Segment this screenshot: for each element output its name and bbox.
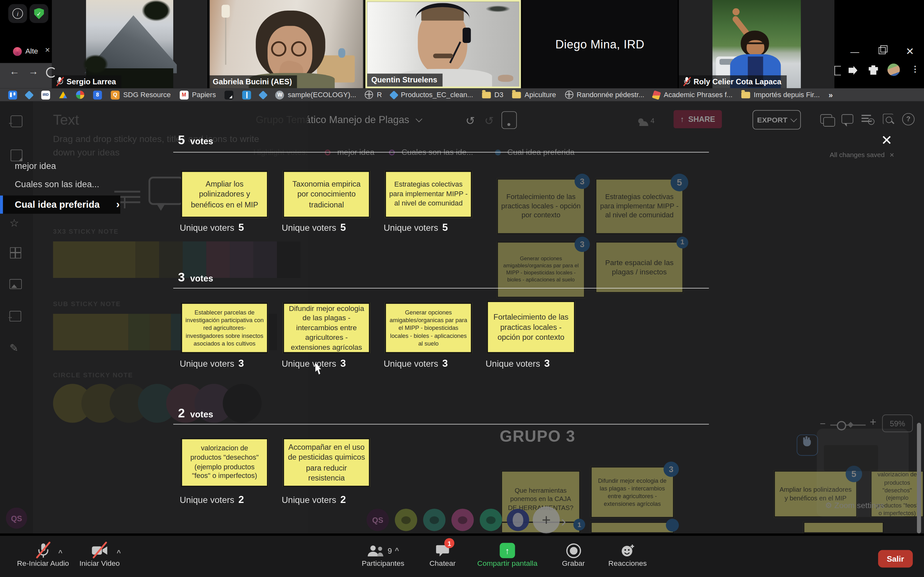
sticky-note-dimmed[interactable]: Generar opciones amigables/organicas par… — [497, 242, 585, 298]
window-restore-button[interactable] — [879, 47, 886, 54]
sticky-note[interactable]: Generar opciones amigables/organicas par… — [384, 303, 472, 353]
sticky-note[interactable]: valorizacion de productos "desechos" (ej… — [181, 438, 268, 487]
zoom-slider-track[interactable] — [830, 424, 866, 426]
sticky-note-dimmed[interactable]: Que herramientas ponemos en la CAJA DE H… — [501, 471, 580, 528]
browser-menu-kebab-icon[interactable]: ⋮ — [911, 64, 919, 73]
window-close-button[interactable]: ✕ — [906, 47, 914, 56]
bookmark[interactable]: Wsample(ECOLOGY)... — [275, 90, 356, 99]
sticky-note[interactable]: Estrategias colectivas para implementar … — [384, 171, 472, 218]
close-small-icon[interactable]: ✕ — [889, 152, 894, 158]
sidebar-toggle-icon[interactable] — [835, 66, 841, 75]
collaborator-avatar-qs[interactable]: QS — [367, 509, 389, 531]
zoom-level[interactable]: 59% — [882, 414, 913, 432]
sticky-note[interactable]: Taxonomia empirica por conocimiento trad… — [283, 171, 370, 218]
sticky-note-dimmed[interactable]: Ampliar los polinizadores y benéficos en… — [774, 471, 858, 518]
toolbar-audio-button[interactable]: Re-Iniciar Audio — [11, 542, 75, 568]
collaborator-avatar-penguin[interactable] — [507, 509, 529, 531]
video-tile-gabriela[interactable]: Gabriela Bucini (AES) — [208, 0, 364, 89]
image-tool-icon[interactable] — [9, 279, 22, 289]
extensions-puzzle-icon[interactable] — [869, 65, 878, 75]
bookmark[interactable]: R — [365, 91, 382, 99]
video-options-caret[interactable]: ^ — [117, 549, 121, 557]
bookmark[interactable]: MPapiers — [180, 90, 216, 99]
toolbar-record-button[interactable]: Grabar — [554, 542, 593, 568]
install-icon[interactable] — [849, 66, 858, 75]
bookmark[interactable]: Randonnée pédestr... — [565, 91, 645, 99]
zoom-out-button[interactable]: − — [820, 418, 825, 430]
bookmark[interactable]: QSDG Resource — [111, 90, 171, 99]
toolbar-participants-button[interactable]: 9 ^ Participantes — [354, 542, 413, 568]
sticky-note-dimmed[interactable]: Parte espacial de las plagas / insectos … — [595, 242, 684, 293]
browser-back-button[interactable]: ← — [9, 66, 19, 78]
bookmark[interactable]: 8 — [93, 90, 102, 99]
sticky-note-dimmed[interactable]: Difundir mejor ecologia de las plagas - … — [590, 466, 674, 518]
self-avatar[interactable]: QS — [6, 508, 27, 529]
bookmark[interactable]: IRD — [41, 90, 50, 99]
sticky-note-dimmed[interactable] — [803, 522, 884, 533]
sticky-note[interactable]: Establecer parcelas de investigación par… — [181, 303, 268, 353]
bookmark[interactable]: Productos_EC_clean... — [391, 91, 473, 99]
meeting-info-button[interactable]: i — [8, 4, 27, 23]
toolbar-chat-button[interactable]: 1 Chatear — [422, 542, 463, 568]
audio-options-caret[interactable]: ^ — [58, 549, 63, 557]
sticky-note[interactable]: Fortalecimiento de las practicas locales… — [487, 301, 575, 353]
collaborator-avatar-giraffe[interactable] — [480, 509, 502, 531]
add-collaborator-button[interactable]: + — [533, 506, 559, 533]
tab-close-icon[interactable]: ✕ — [45, 47, 50, 54]
share-button[interactable]: ↑ SHARE — [674, 110, 722, 128]
vote-menu-item-mejor-idea[interactable]: mejor idea — [15, 161, 56, 171]
bookmark[interactable] — [225, 90, 234, 99]
help-icon[interactable]: ? — [902, 113, 915, 126]
collaborator-avatar-koala[interactable] — [395, 509, 417, 531]
security-shield-button[interactable]: ✓ — [29, 4, 48, 23]
undo-icon[interactable]: ↺ — [465, 114, 475, 127]
feedback-chat-icon[interactable] — [821, 114, 832, 123]
toolbar-share-screen-button[interactable]: ↑ Compartir pantalla — [471, 542, 543, 568]
search-zoom-icon[interactable] — [883, 113, 893, 124]
video-tile-diego[interactable]: Diego Mina, IRD — [522, 0, 678, 89]
video-tile-quentin-active[interactable]: Quentin Struelens — [365, 0, 521, 89]
bookmark[interactable] — [26, 92, 32, 98]
collaborators-indicator[interactable]: 4 — [638, 115, 654, 126]
sticky-note-tool-icon[interactable] — [11, 150, 23, 161]
bookmark[interactable]: Apiculture — [512, 91, 556, 99]
grid-tool-icon[interactable] — [10, 247, 21, 258]
bookmark[interactable]: Importés depuis Fir... — [741, 91, 820, 99]
pen-tool-icon[interactable]: ✎ — [9, 342, 18, 354]
bookmark[interactable]: Academic Phrases f... — [653, 91, 732, 99]
activity-list-icon[interactable]: + — [861, 114, 872, 123]
leave-meeting-button[interactable]: Salir — [878, 550, 913, 568]
bookmark[interactable] — [8, 90, 17, 99]
bookmarks-overflow-chevron[interactable]: » — [829, 90, 833, 99]
star-tool-icon[interactable]: ☆ — [9, 217, 19, 229]
zoom-slider-knob[interactable] — [837, 421, 846, 430]
collaborator-avatar-shark[interactable] — [451, 509, 474, 531]
export-button[interactable]: EXPORT — [753, 110, 801, 129]
zoom-settings-panel[interactable]: ⚙ Zoom settings — [817, 429, 909, 517]
zoom-in-button[interactable]: + — [870, 416, 876, 429]
import-tool-icon[interactable]: → — [9, 311, 21, 322]
vote-menu-item-preferida-active[interactable]: Cual idea preferida › — [0, 195, 120, 214]
frame-tool-icon[interactable] — [501, 111, 517, 129]
window-minimize-button[interactable]: — — [850, 47, 859, 56]
video-tile-sergio[interactable]: Sergio Larrea — [52, 0, 208, 89]
sticky-note-dimmed[interactable]: 1 — [501, 522, 580, 533]
comment-icon[interactable] — [842, 114, 853, 123]
bookmark[interactable] — [242, 90, 252, 99]
bookmark[interactable] — [76, 91, 84, 99]
video-tile-roly[interactable]: Roly Celier Cota Lapaca — [679, 0, 835, 89]
sticky-color-swatches[interactable] — [53, 314, 300, 350]
sticky-note-dimmed[interactable] — [590, 522, 674, 533]
hand-tool-button[interactable] — [796, 435, 818, 456]
vertical-scrollbar[interactable] — [917, 423, 921, 533]
bookmark[interactable] — [59, 91, 67, 98]
browser-forward-button[interactable]: → — [28, 66, 38, 78]
bookmark[interactable] — [260, 92, 267, 98]
sticky-note[interactable]: Difundir mejor ecologia de las plagas - … — [283, 303, 370, 353]
sticky-note-dimmed[interactable]: Estrategias colectivas para implementar … — [595, 179, 684, 234]
board-title[interactable]: Grupo Temático Manejo de Plagas — [256, 114, 421, 126]
exit-board-icon[interactable]: ← — [11, 115, 23, 127]
sticky-note-dimmed[interactable]: valorizacion de productos "desechos" (ej… — [871, 471, 924, 518]
bookmark[interactable]: D3 — [482, 91, 503, 99]
collaborator-avatar-goat[interactable] — [423, 509, 446, 531]
